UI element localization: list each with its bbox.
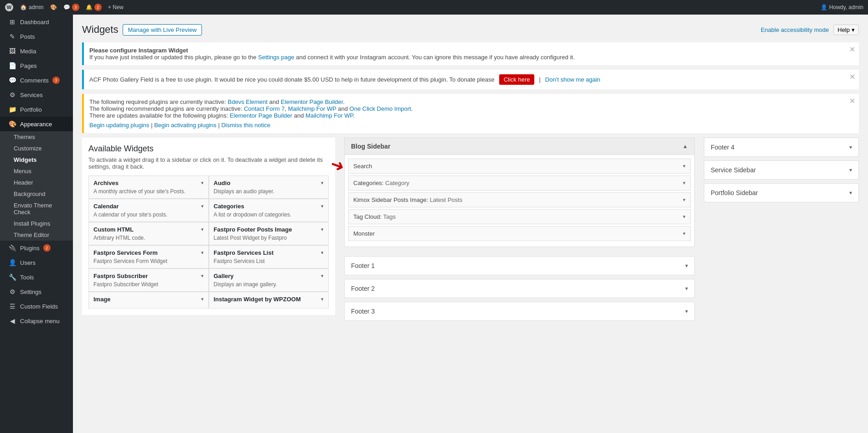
blog-sidebar-widget-tagcloud[interactable]: Tag Cloud: Tags ▾ [348, 209, 691, 224]
widget-fastpro-footer-posts[interactable]: Fastpro Footer Posts Image ▾ Latest Post… [209, 222, 329, 245]
sidebar-item-collapse[interactable]: ◀ Collapse menu [0, 314, 73, 328]
sidebar-item-portfolio[interactable]: 📁 Portfolio [0, 102, 73, 117]
blog-sidebar-widget-categories-label: Categories: Category [353, 180, 409, 186]
submenu-envato[interactable]: Envato Theme Check [0, 200, 73, 218]
sidebar-item-media[interactable]: 🖼 Media [0, 44, 73, 58]
dismiss-plugins-button[interactable]: ✕ [849, 98, 855, 105]
elementor-link2[interactable]: Elementor Page Builder [230, 112, 292, 119]
widget-fastpro-services-list[interactable]: Fastpro Services List ▾ Fastpro Services… [209, 245, 329, 268]
acf-dismiss-link[interactable]: Don't show me again [545, 76, 600, 83]
dismiss-notice-link[interactable]: Dismiss this notice [221, 122, 270, 129]
blog-sidebar-header[interactable]: Blog Sidebar ▲ [345, 138, 694, 155]
widget-calendar-arrow: ▾ [201, 203, 204, 209]
enable-accessibility-link[interactable]: Enable accessibility mode [761, 26, 829, 33]
acf-separator: | [539, 76, 540, 83]
comments-item[interactable]: 💬 3 [63, 4, 79, 11]
sidebar-label-comments: Comments [20, 77, 49, 84]
wp-logo-item[interactable]: W [5, 3, 14, 12]
help-button[interactable]: Help ▾ [833, 25, 859, 35]
submenu-widgets[interactable]: Widgets [0, 154, 73, 165]
sidebar-label-appearance: Appearance [20, 121, 52, 128]
notifications-item[interactable]: 🔔 2 [86, 4, 102, 11]
mailchimp-link1[interactable]: Mailchimp For WP [288, 105, 336, 112]
blog-sidebar-widget-kimox-arrow: ▾ [683, 197, 686, 203]
blog-sidebar-widget-monster-label: Monster [353, 230, 375, 237]
sidebar-label-tools: Tools [20, 274, 34, 281]
portfolio-sidebar: Portfolio Sidebar ▾ [704, 183, 859, 202]
submenu-header[interactable]: Header [0, 177, 73, 188]
blog-sidebar-widget-tagcloud-arrow: ▾ [683, 214, 686, 220]
widget-categories[interactable]: Categories ▾ A list or dropdown of categ… [209, 199, 329, 222]
widget-calendar[interactable]: Calendar ▾ A calendar of your site's pos… [88, 199, 209, 222]
sidebar-item-pages[interactable]: 📄 Pages [0, 58, 73, 73]
blog-sidebar-widget-categories[interactable]: Categories: Category ▾ [348, 175, 691, 191]
contact-form-link[interactable]: Contact Form 7 [244, 105, 285, 112]
widget-archives[interactable]: Archives ▾ A monthly archive of your sit… [88, 175, 209, 199]
mailchimp-link2[interactable]: Mailchimp For WP [305, 112, 353, 119]
submenu-background[interactable]: Background [0, 188, 73, 200]
new-content-item[interactable]: + New [108, 4, 124, 10]
submenu-install-plugins[interactable]: Install Plugins [0, 218, 73, 229]
bdevs-element-link[interactable]: Bdevs Element [228, 98, 268, 105]
footer1-sidebar-header[interactable]: Footer 1 ▾ [345, 257, 694, 275]
widget-image[interactable]: Image ▾ [88, 292, 209, 309]
footer1-sidebar: Footer 1 ▾ [344, 256, 695, 275]
widget-custom-html[interactable]: Custom HTML ▾ Arbitrary HTML code. [88, 222, 209, 245]
sidebar-item-plugins[interactable]: 🔌 Plugins 2 [0, 241, 73, 255]
users-icon: 👤 [8, 259, 16, 266]
widget-fastpro-subscriber[interactable]: Fastpro Subscriber ▾ Fastpro Subscriber … [88, 268, 209, 292]
submenu-themes[interactable]: Themes [0, 131, 73, 143]
admin-bar: W 🏠 admin 🎨 💬 3 🔔 2 + New 👤 Howdy, admin [0, 0, 868, 15]
elementor-link1[interactable]: Elementor Page Builder [281, 98, 343, 105]
sidebar-item-custom-fields[interactable]: ☰ Custom Fields [0, 299, 73, 314]
submenu-theme-editor[interactable]: Theme Editor [0, 229, 73, 241]
sidebar-item-tools[interactable]: 🔧 Tools [0, 270, 73, 284]
sidebar-item-comments[interactable]: 💬 Comments 3 [0, 73, 73, 88]
footer2-sidebar: Footer 2 ▾ [344, 279, 695, 298]
sidebar-item-appearance[interactable]: 🎨 Appearance [0, 117, 73, 131]
portfolio-sidebar-header[interactable]: Portfolio Sidebar ▾ [704, 184, 858, 202]
appearance-submenu: Themes Customize Widgets Menus Header Ba… [0, 131, 73, 241]
footer4-sidebar: Footer 4 ▾ [704, 138, 859, 157]
sidebar-item-posts[interactable]: ✎ Posts [0, 29, 73, 44]
page-header: Widgets Manage with Live Preview Enable … [82, 24, 859, 36]
available-widgets-title: Available Widgets [88, 144, 329, 154]
sidebar-label-plugins: Plugins [20, 245, 40, 252]
widget-fastpro-services-form[interactable]: Fastpro Services Form ▾ Fastpro Services… [88, 245, 209, 268]
sidebar-item-dashboard[interactable]: ⊞ Dashboard [0, 15, 73, 29]
sidebar-item-users[interactable]: 👤 Users [0, 255, 73, 270]
sidebar-item-settings[interactable]: ⚙ Settings [0, 284, 73, 299]
customize-item[interactable]: 🎨 [50, 4, 57, 10]
one-click-link[interactable]: One Click Demo Import [350, 105, 411, 112]
acf-donate-button[interactable]: Click here [499, 74, 535, 85]
widget-custom-html-name: Custom HTML [93, 226, 134, 233]
submenu-customize[interactable]: Customize [0, 143, 73, 154]
begin-updating-link[interactable]: Begin updating plugins [89, 122, 150, 129]
instagram-settings-link[interactable]: Settings page [258, 54, 294, 61]
manage-live-button[interactable]: Manage with Live Preview [123, 24, 202, 36]
service-sidebar-header[interactable]: Service Sidebar ▾ [704, 161, 858, 179]
available-widgets-description: To activate a widget drag it to a sideba… [88, 156, 329, 170]
footer3-sidebar-header[interactable]: Footer 3 ▾ [345, 302, 694, 320]
blog-sidebar-widget-kimox[interactable]: Kimox Sidebar Posts Image: Latest Posts … [348, 192, 691, 207]
footer4-sidebar-header[interactable]: Footer 4 ▾ [704, 138, 858, 156]
blog-sidebar-widget-search[interactable]: Search ▾ [348, 159, 691, 174]
widget-audio[interactable]: Audio ▾ Displays an audio player. [209, 175, 329, 199]
dismiss-instagram-button[interactable]: ✕ [849, 46, 855, 53]
customize-icon: 🎨 [50, 4, 57, 10]
media-icon: 🖼 [8, 47, 16, 55]
howdy-item[interactable]: 👤 Howdy, admin [821, 4, 863, 10]
blog-sidebar-widget-monster[interactable]: Monster ▾ [348, 226, 691, 241]
dismiss-acf-button[interactable]: ✕ [849, 73, 855, 81]
widget-instagram-wpzoom[interactable]: Instagram Widget by WPZOOM ▾ [209, 292, 329, 309]
submenu-menus[interactable]: Menus [0, 165, 73, 177]
begin-activating-link[interactable]: Begin activating plugins [154, 122, 217, 129]
instagram-notice-body2: and connect it with your Instagram accou… [296, 54, 574, 61]
widget-gallery[interactable]: Gallery ▾ Displays an image gallery. [209, 268, 329, 292]
widget-fastpro-services-list-arrow: ▾ [321, 250, 324, 256]
plugins-notice-line2: The following recommended plugins are cu… [89, 105, 845, 112]
sidebar-item-services[interactable]: ⚙ Services [0, 88, 73, 102]
footer2-sidebar-header[interactable]: Footer 2 ▾ [345, 279, 694, 298]
widgets-area: Available Widgets To activate a widget d… [82, 138, 859, 325]
site-name-item[interactable]: 🏠 admin [20, 4, 44, 10]
